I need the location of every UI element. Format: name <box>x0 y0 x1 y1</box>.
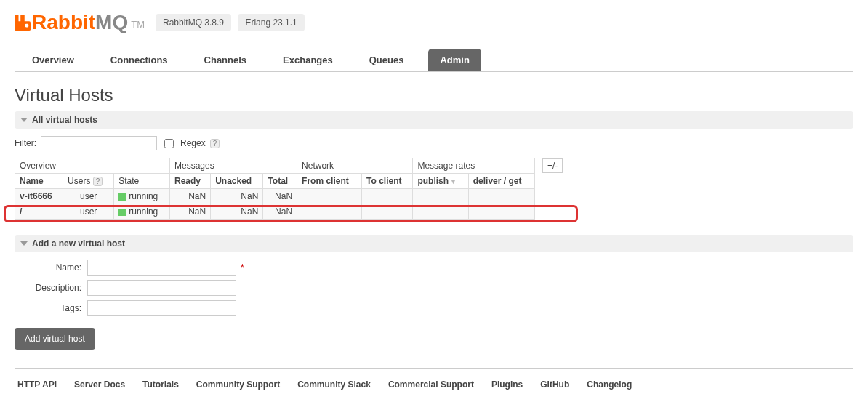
vhosts-table: Overview Messages Network Message rates … <box>15 158 573 220</box>
col-state[interactable]: State <box>114 174 170 189</box>
svg-rect-3 <box>25 24 29 28</box>
tags-field[interactable] <box>87 300 236 316</box>
chevron-down-icon <box>20 118 28 122</box>
rabbitmq-version-badge: RabbitMQ 3.8.9 <box>156 14 231 31</box>
vhost-link[interactable]: v-it6666 <box>20 191 52 201</box>
state-running-icon <box>118 209 126 216</box>
col-to-client[interactable]: To client <box>362 174 413 189</box>
group-rates: Message rates <box>413 158 535 174</box>
regex-checkbox[interactable] <box>164 139 174 148</box>
cell-total: NaN <box>263 204 297 220</box>
logo[interactable]: RabbitMQ TM <box>15 11 145 34</box>
group-overview: Overview <box>15 158 170 174</box>
footer-commercial-support[interactable]: Commercial Support <box>388 379 474 390</box>
section-all-vhosts[interactable]: All virtual hosts <box>15 111 853 129</box>
main-tabs: Overview Connections Channels Exchanges … <box>15 49 853 72</box>
table-row: / user running NaN NaN NaN <box>15 204 573 220</box>
erlang-version-badge: Erlang 23.1.1 <box>238 14 304 31</box>
columns-plusminus[interactable]: +/- <box>542 158 563 173</box>
col-name[interactable]: Name <box>15 174 63 189</box>
logo-rabbit-text: Rabbit <box>32 11 95 34</box>
chevron-down-icon <box>20 241 28 246</box>
group-network: Network <box>297 158 413 174</box>
cell-publish <box>413 204 468 220</box>
regex-label: Regex <box>180 138 206 148</box>
col-publish[interactable]: publish▼ <box>413 174 468 189</box>
col-unacked[interactable]: Unacked <box>211 174 263 189</box>
section-add-vhost[interactable]: Add a new virtual host <box>15 235 853 252</box>
footer-http-api[interactable]: HTTP API <box>17 379 57 390</box>
cell-to-client <box>362 204 413 220</box>
tab-queues[interactable]: Queues <box>358 49 416 71</box>
form-name-label: Name: <box>15 262 87 273</box>
regex-help[interactable]: ? <box>210 139 220 148</box>
add-virtual-host-button[interactable]: Add virtual host <box>15 328 95 350</box>
required-marker: * <box>241 262 244 273</box>
cell-unacked: NaN <box>211 189 263 204</box>
form-tags-label: Tags: <box>15 303 87 313</box>
page-title: Virtual Hosts <box>15 85 853 105</box>
vhost-link[interactable]: / <box>20 206 22 217</box>
col-ready[interactable]: Ready <box>170 174 211 189</box>
logo-mq-text: MQ <box>95 11 128 34</box>
footer-community-slack[interactable]: Community Slack <box>297 379 371 390</box>
rabbitmq-icon <box>15 15 31 31</box>
footer-community-support[interactable]: Community Support <box>196 379 280 390</box>
col-total[interactable]: Total <box>263 174 297 189</box>
col-from-client[interactable]: From client <box>297 174 362 189</box>
form-desc-label: Description: <box>15 283 87 293</box>
group-messages: Messages <box>170 158 297 174</box>
table-row: v-it6666 user running NaN NaN NaN <box>15 189 573 204</box>
cell-state: running <box>114 204 170 220</box>
cell-unacked: NaN <box>211 204 263 220</box>
cell-ready: NaN <box>170 189 211 204</box>
footer-links: HTTP API Server Docs Tutorials Community… <box>15 376 853 402</box>
cell-state: running <box>114 189 170 204</box>
col-users[interactable]: Users ? <box>63 174 114 189</box>
tab-exchanges[interactable]: Exchanges <box>271 49 345 71</box>
name-field[interactable] <box>87 260 236 276</box>
cell-deliver <box>468 189 534 204</box>
logo-tm: TM <box>131 19 145 30</box>
tab-connections[interactable]: Connections <box>99 49 180 71</box>
footer-changelog[interactable]: Changelog <box>587 379 632 390</box>
tab-admin[interactable]: Admin <box>428 49 481 71</box>
filter-label: Filter: <box>15 138 36 148</box>
section-all-vhosts-label: All virtual hosts <box>32 115 97 125</box>
tab-overview[interactable]: Overview <box>20 49 86 71</box>
description-field[interactable] <box>87 280 236 296</box>
users-help[interactable]: ? <box>93 177 103 186</box>
section-add-vhost-label: Add a new virtual host <box>32 238 125 249</box>
cell-from-client <box>297 189 362 204</box>
footer-server-docs[interactable]: Server Docs <box>74 379 125 390</box>
footer-github[interactable]: GitHub <box>540 379 569 390</box>
cell-users: user <box>63 204 114 220</box>
cell-users: user <box>63 189 114 204</box>
cell-total: NaN <box>263 189 297 204</box>
tab-channels[interactable]: Channels <box>193 49 259 71</box>
cell-publish <box>413 189 468 204</box>
cell-ready: NaN <box>170 204 211 220</box>
col-deliver[interactable]: deliver / get <box>468 174 534 189</box>
footer-plugins[interactable]: Plugins <box>491 379 523 390</box>
footer-tutorials[interactable]: Tutorials <box>142 379 179 390</box>
cell-from-client <box>297 204 362 220</box>
cell-to-client <box>362 189 413 204</box>
cell-deliver <box>468 204 534 220</box>
filter-input[interactable] <box>41 136 157 150</box>
state-running-icon <box>118 193 126 201</box>
